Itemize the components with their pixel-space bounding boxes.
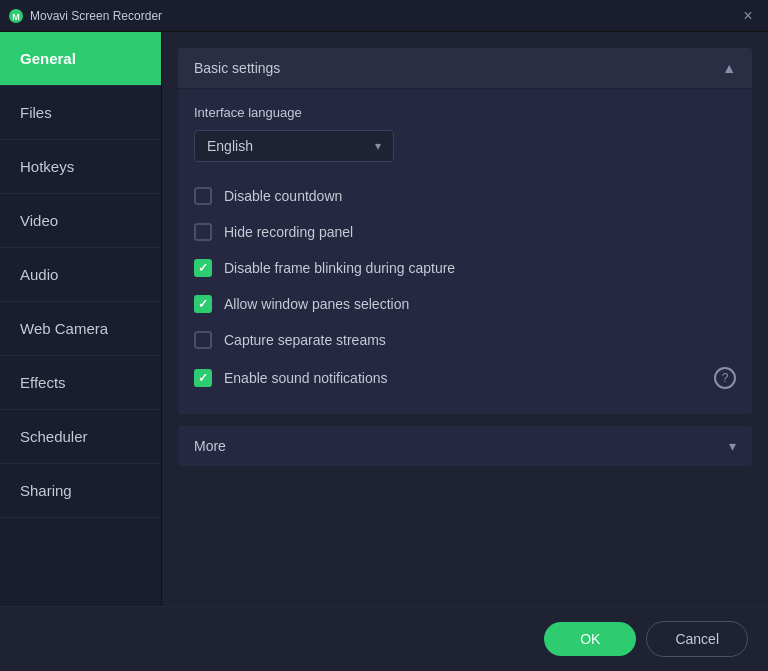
checkbox-disable-countdown[interactable] [194,187,212,205]
sidebar-item-general[interactable]: General [0,32,161,86]
sidebar-item-video[interactable]: Video [0,194,161,248]
checkbox-allow-window-panes[interactable] [194,295,212,313]
sidebar-label-hotkeys: Hotkeys [20,158,74,175]
basic-settings-header[interactable]: Basic settings ▲ [178,48,752,89]
sidebar-item-effects[interactable]: Effects [0,356,161,410]
sidebar: General Files Hotkeys Video Audio Web Ca… [0,32,162,606]
checkbox-sound-notifications[interactable] [194,369,212,387]
basic-settings-title: Basic settings [194,60,280,76]
more-section-title: More [194,438,226,454]
checkbox-row-sound-notifications[interactable]: Enable sound notifications ? [194,358,736,398]
more-chevron-icon: ▾ [729,438,736,454]
language-value: English [207,138,253,154]
sidebar-label-files: Files [20,104,52,121]
more-section: More ▾ [178,426,752,466]
checkbox-label-hide-recording: Hide recording panel [224,224,353,240]
content-area: Basic settings ▲ Interface language Engl… [162,32,768,606]
app-title: Movavi Screen Recorder [30,9,162,23]
sidebar-label-webcamera: Web Camera [20,320,108,337]
basic-settings-section: Basic settings ▲ Interface language Engl… [178,48,752,414]
title-bar-left: M Movavi Screen Recorder [8,8,162,24]
main-layout: General Files Hotkeys Video Audio Web Ca… [0,32,768,606]
checkbox-row-capture-streams[interactable]: Capture separate streams [194,322,736,358]
checkbox-capture-streams[interactable] [194,331,212,349]
language-label: Interface language [194,105,736,120]
sidebar-item-sharing[interactable]: Sharing [0,464,161,518]
ok-button[interactable]: OK [544,622,636,656]
language-dropdown[interactable]: English ▾ [194,130,394,162]
footer: OK Cancel [0,606,768,671]
sidebar-item-webcamera[interactable]: Web Camera [0,302,161,356]
title-bar: M Movavi Screen Recorder × [0,0,768,32]
checkbox-label-capture-streams: Capture separate streams [224,332,386,348]
checkbox-label-disable-countdown: Disable countdown [224,188,342,204]
checkbox-row-hide-recording[interactable]: Hide recording panel [194,214,736,250]
cancel-button[interactable]: Cancel [646,621,748,657]
dropdown-arrow-icon: ▾ [375,139,381,153]
sidebar-label-video: Video [20,212,58,229]
sidebar-item-scheduler[interactable]: Scheduler [0,410,161,464]
sidebar-item-files[interactable]: Files [0,86,161,140]
more-section-header[interactable]: More ▾ [178,426,752,466]
basic-settings-body: Interface language English ▾ Disable cou… [178,89,752,414]
sidebar-label-audio: Audio [20,266,58,283]
app-icon: M [8,8,24,24]
checkbox-row-disable-countdown[interactable]: Disable countdown [194,178,736,214]
help-icon[interactable]: ? [714,367,736,389]
checkbox-hide-recording[interactable] [194,223,212,241]
checkbox-label-disable-frame-blinking: Disable frame blinking during capture [224,260,455,276]
checkbox-label-allow-window-panes: Allow window panes selection [224,296,409,312]
sidebar-item-hotkeys[interactable]: Hotkeys [0,140,161,194]
sidebar-label-sharing: Sharing [20,482,72,499]
close-button[interactable]: × [736,4,760,28]
checkbox-disable-frame-blinking[interactable] [194,259,212,277]
collapse-icon: ▲ [722,60,736,76]
sidebar-label-general: General [20,50,76,67]
sidebar-label-effects: Effects [20,374,66,391]
checkbox-label-sound-notifications: Enable sound notifications [224,370,702,386]
svg-text:M: M [12,12,20,22]
sidebar-item-audio[interactable]: Audio [0,248,161,302]
checkbox-row-allow-window-panes[interactable]: Allow window panes selection [194,286,736,322]
sidebar-label-scheduler: Scheduler [20,428,88,445]
checkbox-row-disable-frame-blinking[interactable]: Disable frame blinking during capture [194,250,736,286]
